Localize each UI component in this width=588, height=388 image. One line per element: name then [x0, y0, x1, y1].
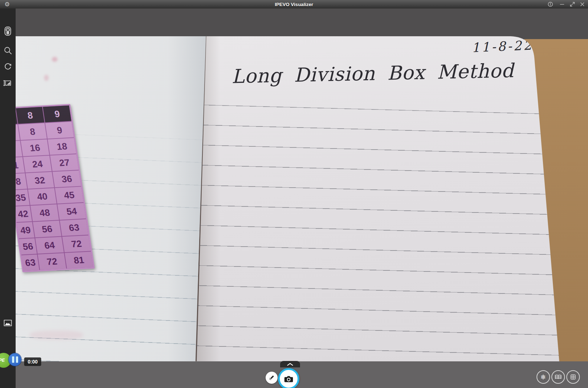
card-cell: 32 — [26, 172, 54, 189]
pink-mark — [52, 57, 58, 62]
card-cell: 48 — [31, 204, 59, 221]
camera-shutter-icon — [283, 373, 294, 384]
freeze-snowflake-icon: ❄ — [540, 373, 546, 381]
card-cell: 72 — [62, 235, 91, 252]
card-cell: 8 — [18, 123, 47, 140]
pink-mark — [44, 75, 49, 81]
split-view-button[interactable] — [551, 370, 565, 384]
crop-selection-icon — [3, 79, 13, 88]
card-cell: 35 — [16, 189, 29, 206]
card-cell: 63 — [21, 254, 39, 271]
annotation-brush-icon — [268, 374, 275, 381]
recording-timer: 0:00 — [24, 357, 41, 366]
ink-bleed-smudge — [30, 330, 83, 340]
card-cell: 36 — [53, 171, 81, 188]
minimize-icon[interactable] — [558, 0, 566, 9]
card-cell: 64 — [35, 237, 64, 254]
gear-icon[interactable]: ⚙ — [3, 0, 11, 9]
document-camera-icon — [3, 26, 13, 37]
close-icon[interactable] — [578, 0, 587, 9]
snapshot-button[interactable] — [278, 368, 299, 388]
title-bar: IPEVO Visualizer ⚙ — [0, 0, 588, 9]
info-circle-icon — [547, 1, 554, 7]
annotation-button[interactable] — [266, 372, 278, 384]
pause-icon — [16, 356, 18, 363]
camera-device-button[interactable] — [0, 24, 16, 38]
notebook-right-page: 11-8-22 Long Division Box Method — [195, 36, 561, 361]
ipevo-visualizer-window: IPEVO Visualizer ⚙ — [0, 0, 588, 388]
chevron-up-icon — [287, 363, 293, 366]
view-tools: ❄ — [534, 370, 588, 386]
recording-cluster: IPE 0:00 — [0, 351, 71, 372]
card-cell: 45 — [55, 187, 83, 204]
window-title: IPEVO Visualizer — [0, 2, 588, 7]
snapshot-gallery-button[interactable] — [0, 316, 16, 330]
zoom-button[interactable] — [0, 43, 16, 58]
grid-view-button[interactable] — [566, 370, 580, 384]
freeze-button[interactable]: ❄ — [537, 370, 550, 384]
minus-icon — [559, 1, 565, 7]
card-cell: 72 — [38, 253, 66, 270]
card-cell: 56 — [33, 221, 61, 238]
card-cell: 16 — [21, 139, 49, 156]
image-gallery-icon — [2, 318, 13, 328]
pause-button[interactable] — [9, 353, 21, 366]
handwritten-title: Long Division Box Method — [231, 58, 558, 87]
rotate-arrows-icon — [3, 62, 12, 71]
magnifier-icon — [3, 46, 12, 55]
expand-arrows-icon — [569, 1, 576, 7]
card-header-cell: 8 — [16, 107, 44, 124]
pause-icon — [12, 356, 14, 363]
card-cell: 40 — [28, 188, 56, 205]
crop-resize-button[interactable] — [0, 76, 16, 90]
card-cell: 27 — [50, 154, 78, 171]
grid-multiview-icon — [569, 373, 577, 381]
center-controls — [263, 359, 320, 388]
sidebar-toolbar — [0, 9, 16, 388]
card-header-cell: 9 — [43, 106, 71, 123]
card-cell: 18 — [48, 138, 76, 155]
card-cell: 24 — [23, 156, 51, 173]
card-cell: 56 — [19, 238, 37, 254]
card-cell: 9 — [45, 122, 74, 139]
ruled-lines-right — [188, 104, 586, 388]
card-cell: 63 — [60, 219, 88, 236]
card-cell: 81 — [65, 252, 93, 269]
rotate-button[interactable] — [0, 59, 16, 74]
card-cell: 8 — [16, 173, 27, 190]
info-icon[interactable] — [546, 0, 555, 9]
card-cell: 54 — [58, 203, 86, 220]
expand-drawer-tab[interactable] — [280, 361, 300, 367]
card-cell: 49 — [17, 222, 34, 238]
x-icon — [579, 1, 586, 7]
resize-icon[interactable] — [568, 0, 577, 9]
handwritten-date: 11-8-22 — [471, 38, 533, 55]
book-split-view-icon — [554, 373, 562, 381]
card-cell: 42 — [16, 206, 32, 222]
camera-feed: 11-8-22 Long Division Box Method 8989161… — [16, 9, 588, 388]
